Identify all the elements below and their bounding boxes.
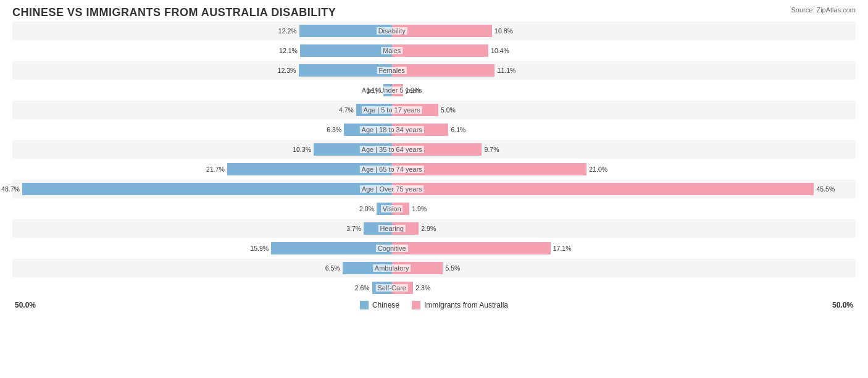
legend-chinese-label: Chinese xyxy=(372,301,399,309)
bar-row: Females12.3%11.1% xyxy=(12,61,856,80)
bar-right-value: 17.1% xyxy=(553,245,572,252)
bar-right-value: 5.0% xyxy=(441,106,456,114)
chart-title: CHINESE VS IMMIGRANTS FROM AUSTRALIA DIS… xyxy=(12,6,336,19)
bar-row: Age | Over 75 years48.7%45.5% xyxy=(12,180,856,198)
bar-right-value: 9.7% xyxy=(485,146,499,153)
bar-left-value: 6.3% xyxy=(327,126,341,133)
bar-right-value: 21.0% xyxy=(589,166,607,173)
bar-left-value: 6.5% xyxy=(325,264,340,272)
chart-footer: 50.0% Chinese Immigrants from Australia … xyxy=(12,301,856,309)
chart-area: Disability12.2%10.8%Males12.1%10.4%Femal… xyxy=(12,22,856,309)
bar-right xyxy=(392,64,495,77)
bar-center-label: Ambulatory xyxy=(373,264,411,272)
bar-row: Self-Care2.6%2.3% xyxy=(12,279,856,297)
bar-left-value: 1.1% xyxy=(366,86,381,94)
bar-center-label: Hearing xyxy=(378,225,406,232)
bar-center-label: Age | 65 to 74 years xyxy=(360,166,424,173)
bar-right-value: 10.8% xyxy=(495,27,513,35)
bar-right xyxy=(392,44,488,57)
bar-right xyxy=(392,183,814,195)
page-container: CHINESE VS IMMIGRANTS FROM AUSTRALIA DIS… xyxy=(12,6,856,309)
bar-row: Vision2.0%1.9% xyxy=(12,200,856,218)
bar-row: Age | 18 to 34 years6.3%6.1% xyxy=(12,120,856,139)
bar-row: Age | 5 to 17 years4.7%5.0% xyxy=(12,101,856,119)
bar-left-value: 4.7% xyxy=(339,106,354,114)
bar-row: Ambulatory6.5%5.5% xyxy=(12,259,856,277)
bar-left-value: 48.7% xyxy=(1,185,20,193)
bar-row: Age | 65 to 74 years21.7%21.0% xyxy=(12,160,856,178)
bar-left-value: 2.6% xyxy=(355,284,370,292)
legend-chinese-box xyxy=(360,301,369,309)
bar-right-value: 11.1% xyxy=(498,67,516,74)
footer-left-val: 50.0% xyxy=(15,301,36,309)
bar-left xyxy=(300,44,392,57)
bar-center-label: Age | Over 75 years xyxy=(360,185,424,193)
bar-row: Age | 35 to 64 years10.3%9.7% xyxy=(12,140,856,159)
bar-left-value: 3.7% xyxy=(346,225,361,232)
bar-left xyxy=(22,183,392,195)
footer-right-val: 50.0% xyxy=(832,301,853,309)
bar-right-value: 1.9% xyxy=(412,205,427,212)
bar-right xyxy=(392,242,551,254)
bar-right-value: 6.1% xyxy=(451,126,465,133)
legend-australia-label: Immigrants from Australia xyxy=(424,301,508,309)
bar-left-value: 12.1% xyxy=(279,47,298,54)
legend-australia-box xyxy=(412,301,420,309)
bar-row: Cognitive15.9%17.1% xyxy=(12,239,856,258)
bar-center-label: Disability xyxy=(377,27,407,35)
bar-right-value: 1.2% xyxy=(406,86,420,94)
bar-right-value: 45.5% xyxy=(816,185,835,193)
bar-center-label: Males xyxy=(381,47,403,54)
source-label: Source: ZipAtlas.com xyxy=(791,6,856,14)
bar-left-value: 10.3% xyxy=(293,146,311,153)
bar-center-label: Vision xyxy=(381,205,403,212)
bar-right-value: 2.9% xyxy=(421,225,436,232)
bar-center-label: Females xyxy=(377,67,407,74)
bar-right-value: 2.3% xyxy=(415,284,430,292)
bar-left-value: 12.3% xyxy=(278,67,296,74)
bar-left xyxy=(271,242,391,254)
bar-row: Disability12.2%10.8% xyxy=(12,22,856,40)
legend: Chinese Immigrants from Australia xyxy=(36,301,832,309)
legend-chinese: Chinese xyxy=(360,301,399,309)
bar-center-label: Cognitive xyxy=(376,245,408,252)
bar-center-label: Age | 5 to 17 years xyxy=(362,106,422,114)
bar-center-label: Age | 18 to 34 years xyxy=(360,126,424,133)
legend-australia: Immigrants from Australia xyxy=(412,301,508,309)
bar-left-value: 12.2% xyxy=(278,27,297,35)
bar-right-value: 5.5% xyxy=(445,264,460,272)
bar-center-label: Self-Care xyxy=(375,284,407,292)
bar-center-label: Age | 35 to 64 years xyxy=(360,146,424,153)
bar-left-value: 2.0% xyxy=(359,205,374,212)
bar-right-value: 10.4% xyxy=(491,47,509,54)
bar-left-value: 15.9% xyxy=(250,245,269,252)
bar-row: Males12.1%10.4% xyxy=(12,41,856,60)
bar-row: Age | Under 5 years1.1%1.2% xyxy=(12,81,856,99)
bar-left-value: 21.7% xyxy=(206,166,225,173)
bar-row: Hearing3.7%2.9% xyxy=(12,219,856,238)
